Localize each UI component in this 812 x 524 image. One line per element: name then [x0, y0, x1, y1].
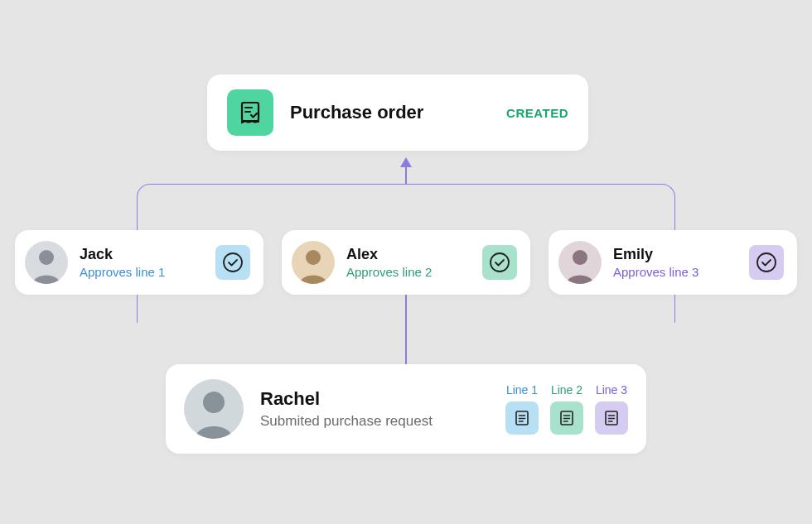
purchase-order-card: Purchase order CREATED: [207, 75, 588, 151]
line-item-3: Line 3: [595, 383, 628, 435]
line-item-2: Line 2: [550, 383, 583, 435]
svg-point-3: [39, 250, 54, 265]
approver-card-emily: Emily Approves line 3: [549, 230, 797, 295]
connector-line: [405, 161, 407, 185]
approver-action: Approves line 1: [80, 265, 204, 279]
line-label: Line 1: [506, 383, 538, 397]
svg-point-9: [203, 392, 225, 413]
status-badge: CREATED: [506, 106, 568, 120]
approver-text: Emily Approves line 3: [613, 246, 737, 279]
avatar: [292, 241, 335, 284]
document-icon: [550, 401, 583, 435]
svg-point-8: [757, 253, 776, 272]
approver-name: Alex: [346, 246, 471, 263]
line-item-1: Line 1: [505, 383, 539, 435]
check-icon: [482, 245, 517, 280]
document-icon: [595, 401, 628, 435]
approver-card-alex: Alex Approves line 2: [282, 230, 530, 295]
approver-card-jack: Jack Approves line 1: [15, 230, 263, 295]
line-label: Line 3: [596, 383, 627, 397]
avatar: [25, 241, 68, 284]
line-label: Line 2: [551, 383, 582, 397]
approver-action: Approves line 2: [346, 265, 471, 279]
submitter-text: Rachel Submited purchase request: [260, 388, 489, 430]
approver-text: Alex Approves line 2: [346, 246, 471, 279]
document-check-icon: [227, 89, 273, 136]
approver-action: Approves line 3: [613, 265, 737, 279]
lines-group: Line 1 Line 2 Line 3: [505, 383, 628, 435]
approver-name: Emily: [613, 246, 737, 263]
submitter-name: Rachel: [260, 388, 489, 410]
check-icon: [749, 245, 784, 280]
svg-point-6: [491, 253, 509, 272]
approver-text: Jack Approves line 1: [80, 246, 204, 279]
avatar: [184, 379, 244, 439]
submitter-card: Rachel Submited purchase request Line 1 …: [166, 364, 646, 454]
purchase-order-title: Purchase order: [290, 102, 490, 123]
svg-point-5: [306, 250, 321, 265]
submitter-action: Submited purchase request: [260, 413, 489, 430]
check-icon: [215, 245, 250, 280]
approver-name: Jack: [80, 246, 204, 263]
document-icon: [505, 401, 539, 435]
svg-point-7: [573, 250, 587, 265]
svg-point-4: [224, 253, 242, 272]
avatar: [558, 241, 602, 284]
